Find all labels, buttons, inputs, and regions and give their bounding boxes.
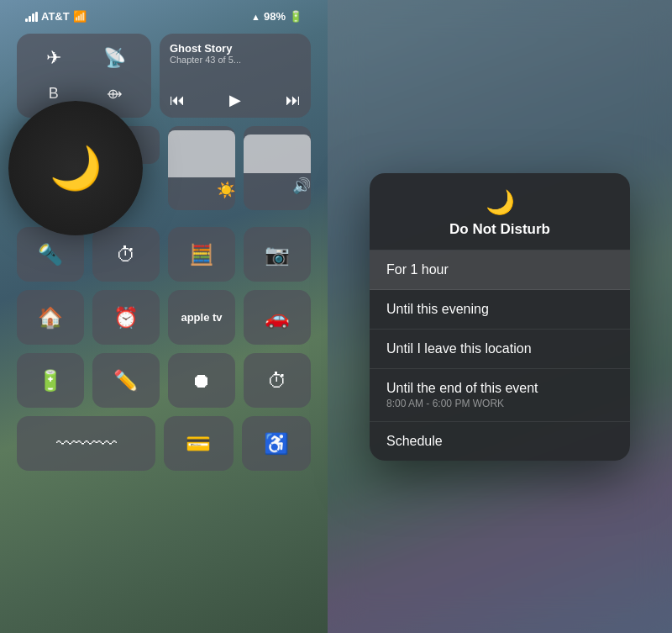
dnd-moon-icon: 🌙 xyxy=(50,144,102,193)
play-button[interactable]: ▶ xyxy=(229,91,241,109)
signal-bar-1 xyxy=(25,18,28,22)
dnd-menu-item-until-event[interactable]: Until the end of this event8:00 AM - 6:0… xyxy=(370,369,630,422)
battery-status-button[interactable]: 🔋 xyxy=(17,353,84,408)
status-left: AT&T 📶 xyxy=(25,10,87,23)
dnd-menu-label-until-event: Until the end of this event xyxy=(386,381,613,396)
signal-bar-3 xyxy=(32,13,34,22)
accessibility-button[interactable]: ♿ xyxy=(242,416,312,471)
right-panel: 🌙 Do Not Disturb For 1 hourUntil this ev… xyxy=(328,0,672,633)
alarm-button[interactable]: ⏰ xyxy=(92,290,160,345)
brightness-icon: ☀️ xyxy=(217,181,235,199)
row2: 🌙 🔒 ☀️ 🔊 xyxy=(17,126,311,193)
brightness-slider[interactable]: ☀️ xyxy=(168,126,235,210)
dnd-menu-label-for-1-hour: For 1 hour xyxy=(386,262,613,277)
homekit-button[interactable]: 🏠 xyxy=(17,290,84,345)
left-panel: AT&T 📶 ▲ 98% 🔋 ✈ 📡 B ⟴ Ghost Story Chapt… xyxy=(0,0,328,633)
np-info: Ghost Story Chapter 43 of 5... xyxy=(170,42,301,65)
screen-record-button[interactable]: ⏺ xyxy=(168,353,235,408)
battery-percentage: 98% xyxy=(264,10,286,23)
rewind-button[interactable]: ⏮ xyxy=(170,92,185,109)
volume-fill xyxy=(244,135,311,173)
np-subtitle: Chapter 43 of 5... xyxy=(170,55,301,65)
dnd-popup-moon-icon: 🌙 xyxy=(486,188,515,216)
row6: 〰〰〰 💳 ♿ xyxy=(17,416,311,471)
dnd-menu-label-schedule: Schedule xyxy=(386,434,613,449)
np-title: Ghost Story xyxy=(170,42,301,55)
waveform-button[interactable]: 〰〰〰 xyxy=(17,416,155,471)
dnd-menu-label-until-location: Until I leave this location xyxy=(386,341,613,356)
status-bar: AT&T 📶 ▲ 98% 🔋 xyxy=(17,0,311,29)
dnd-menu-item-until-evening[interactable]: Until this evening xyxy=(370,290,630,330)
signal-bar-2 xyxy=(29,16,31,22)
dnd-popup-title: Do Not Disturb xyxy=(449,221,550,238)
dnd-menu-item-schedule[interactable]: Schedule xyxy=(370,422,630,461)
volume-icon: 🔊 xyxy=(292,177,311,195)
battery-icon: 🔋 xyxy=(289,10,302,23)
dnd-menu-label-until-evening: Until this evening xyxy=(386,302,613,317)
appletv-button[interactable]: apple tv xyxy=(168,290,235,345)
stopwatch-button[interactable]: ⏱ xyxy=(244,353,311,408)
wallet-button[interactable]: 💳 xyxy=(164,416,234,471)
dnd-popup: 🌙 Do Not Disturb For 1 hourUntil this ev… xyxy=(370,173,630,461)
control-grid: ✈ 📡 B ⟴ Ghost Story Chapter 43 of 5... ⏮… xyxy=(17,29,311,471)
calculator-button[interactable]: 🧮 xyxy=(168,227,235,282)
camera-button[interactable]: 📷 xyxy=(244,227,311,282)
volume-slider[interactable]: 🔊 xyxy=(244,126,311,210)
row3: 🔦 ⏱ 🧮 📷 xyxy=(17,227,311,282)
car-button[interactable]: 🚗 xyxy=(244,290,311,345)
np-controls: ⏮ ▶ ⏭ xyxy=(170,91,301,109)
row5: 🔋 ✏️ ⏺ ⏱ xyxy=(17,353,311,408)
dnd-menu-sublabel-until-event: 8:00 AM - 6:00 PM WORK xyxy=(386,398,613,409)
dnd-menu-item-until-location[interactable]: Until I leave this location xyxy=(370,330,630,369)
dnd-big-circle[interactable]: 🌙 xyxy=(8,101,143,235)
dnd-button[interactable]: 🌙 xyxy=(17,126,84,193)
status-right: ▲ 98% 🔋 xyxy=(251,10,302,23)
dnd-popup-header: 🌙 Do Not Disturb xyxy=(370,173,630,251)
signal-bar-4 xyxy=(35,12,38,22)
dnd-menu-item-for-1-hour[interactable]: For 1 hour xyxy=(370,251,630,290)
dnd-menu: For 1 hourUntil this eveningUntil I leav… xyxy=(370,251,630,461)
fastforward-button[interactable]: ⏭ xyxy=(286,92,301,109)
airplane-mode-button[interactable]: ✈ xyxy=(25,42,82,74)
notes-button[interactable]: ✏️ xyxy=(92,353,160,408)
brightness-fill xyxy=(168,130,235,177)
wifi-button[interactable]: 📡 xyxy=(87,42,144,74)
location-icon: ▲ xyxy=(251,12,260,22)
timer-button[interactable]: ⏱ xyxy=(92,227,160,282)
row4: 🏠 ⏰ apple tv 🚗 xyxy=(17,290,311,345)
wifi-status-icon: 📶 xyxy=(73,10,87,23)
carrier-label: AT&T xyxy=(41,10,70,23)
now-playing-box: Ghost Story Chapter 43 of 5... ⏮ ▶ ⏭ xyxy=(160,34,311,118)
signal-bars xyxy=(25,12,38,22)
